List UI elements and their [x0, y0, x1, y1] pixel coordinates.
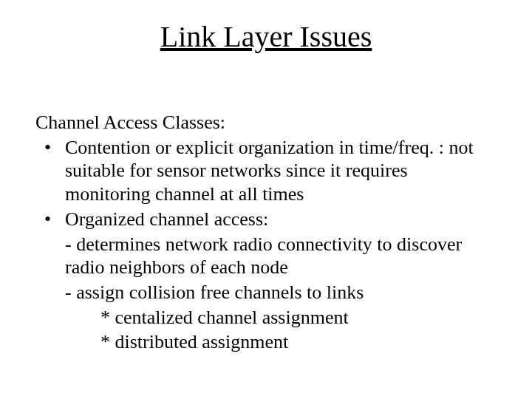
bullet-contention: Contention or explicit organization in t… [35, 136, 497, 206]
lead-text: Channel Access Classes: [35, 111, 497, 134]
dash-connectivity: - determines network radio connectivity … [35, 233, 497, 279]
star-distributed: * distributed assignment [35, 330, 497, 354]
bullet-organized: Organized channel access: [35, 208, 497, 231]
slide: Link Layer Issues Channel Access Classes… [0, 0, 532, 399]
dash-collision-free: - assign collision free channels to link… [35, 281, 497, 304]
slide-title: Link Layer Issues [0, 21, 532, 53]
star-centralized: * centalized channel assignment [35, 306, 497, 330]
slide-body: Channel Access Classes: Contention or ex… [35, 111, 497, 355]
